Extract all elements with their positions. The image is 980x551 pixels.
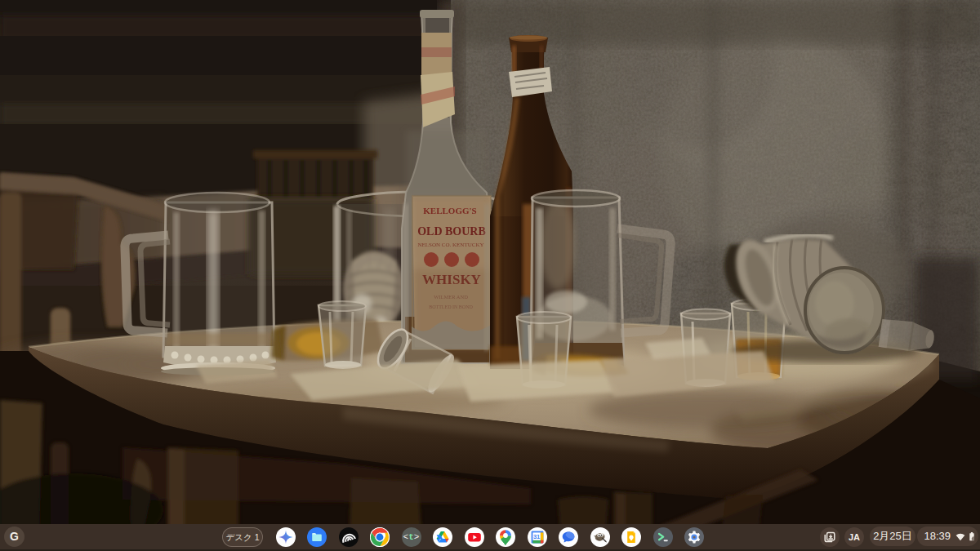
svg-text:OLD BOURB: OLD BOURB <box>417 225 486 238</box>
svg-text:KELLOGG'S: KELLOGG'S <box>423 206 476 216</box>
svg-text:NELSON CO. KENTUCKY: NELSON CO. KENTUCKY <box>417 242 483 248</box>
svg-text:31: 31 <box>532 533 539 540</box>
